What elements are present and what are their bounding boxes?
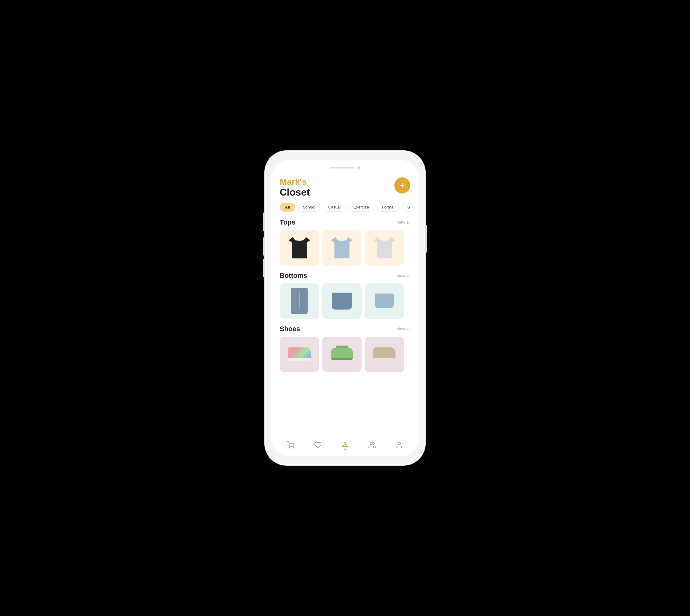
- shoes-items-row: [280, 337, 410, 372]
- tshirt-black-icon: [289, 237, 310, 258]
- bottoms-item-1[interactable]: [280, 283, 319, 319]
- shoes-img-3: [369, 340, 400, 368]
- sneaker-colorful-icon: [288, 347, 311, 361]
- filter-tab-sport[interactable]: S: [402, 203, 410, 212]
- bottoms-section: Bottoms view all: [280, 272, 410, 319]
- nav-shop[interactable]: [283, 439, 299, 451]
- bottoms-item-3[interactable]: [365, 283, 404, 319]
- tops-section: Tops view all: [280, 218, 410, 265]
- svg-point-3: [370, 442, 372, 445]
- bottoms-img-3: [369, 287, 400, 315]
- bottoms-img-2: [326, 287, 358, 315]
- bottoms-header: Bottoms view all: [280, 272, 410, 280]
- hanger-icon: [341, 441, 349, 449]
- shoes-title: Shoes: [280, 325, 300, 333]
- svg-point-0: [289, 447, 290, 448]
- shoes-view-all[interactable]: view all: [397, 327, 410, 331]
- tops-title: Tops: [280, 218, 296, 226]
- shoes-item-1[interactable]: [280, 337, 319, 372]
- nav-active-dot: [344, 448, 346, 450]
- svg-point-4: [398, 442, 401, 445]
- phone-content: Mark's Closet + All School Casual Exerci…: [271, 173, 419, 434]
- filter-tab-casual[interactable]: Casual: [323, 203, 346, 212]
- svg-point-1: [293, 447, 294, 448]
- bottoms-title: Bottoms: [280, 272, 307, 280]
- shoes-item-2[interactable]: [322, 337, 362, 372]
- tops-items-row: [280, 230, 410, 265]
- heart-icon: [314, 441, 322, 449]
- closet-label: Closet: [280, 187, 310, 198]
- cart-icon: [287, 441, 295, 449]
- bottoms-item-2[interactable]: [322, 283, 362, 319]
- tshirt-blue-icon: [331, 237, 353, 258]
- bottoms-view-all[interactable]: view all: [397, 273, 410, 278]
- notch-bar: [330, 167, 354, 169]
- tops-img-2: [326, 234, 358, 262]
- notch-camera: [357, 166, 360, 169]
- filter-tab-formal[interactable]: Formal: [377, 203, 400, 212]
- person-icon: [395, 441, 403, 449]
- user-name: Mark's: [280, 177, 310, 187]
- tops-view-all[interactable]: view all: [397, 220, 410, 224]
- phone-screen: Mark's Closet + All School Casual Exerci…: [271, 160, 419, 456]
- tops-img-1: [284, 234, 315, 262]
- tops-header: Tops view all: [280, 218, 410, 226]
- bottoms-items-row: [280, 283, 410, 319]
- bottoms-img-1: [284, 287, 315, 315]
- tops-item-2[interactable]: [322, 230, 362, 265]
- tops-item-3[interactable]: [365, 230, 404, 265]
- shoes-section: Shoes view all: [280, 325, 410, 372]
- svg-point-2: [345, 442, 345, 443]
- filter-tab-all[interactable]: All: [280, 203, 296, 212]
- bottom-nav: [271, 434, 419, 456]
- nav-closet[interactable]: [337, 439, 353, 451]
- nav-favorites[interactable]: [310, 439, 326, 451]
- shoes-img-2: [326, 340, 358, 368]
- shoes-img-1: [284, 340, 315, 368]
- jeans-icon: [291, 288, 308, 314]
- shoes-item-3[interactable]: [365, 337, 404, 372]
- phone-notch: [271, 160, 419, 173]
- nav-profile[interactable]: [391, 439, 407, 451]
- tops-img-3: [369, 234, 400, 262]
- filter-tab-exercise[interactable]: Exercise: [348, 203, 374, 212]
- filter-tab-school[interactable]: School: [298, 203, 321, 212]
- tshirt-white-icon: [374, 237, 395, 258]
- shorts-light-icon: [375, 293, 394, 308]
- nav-friends[interactable]: [364, 439, 380, 451]
- shoe-tan-icon: [373, 347, 395, 361]
- sandal-green-icon: [331, 348, 353, 360]
- header-title: Mark's Closet: [280, 177, 310, 198]
- filter-tabs: All School Casual Exercise Formal S: [280, 203, 410, 212]
- shoes-header: Shoes view all: [280, 325, 410, 333]
- shorts-denim-icon: [332, 292, 352, 310]
- add-item-button[interactable]: +: [394, 177, 410, 193]
- page-header: Mark's Closet +: [280, 177, 410, 198]
- phone-frame: Mark's Closet + All School Casual Exerci…: [265, 151, 425, 465]
- plus-icon: +: [400, 181, 405, 190]
- people-icon: [368, 441, 376, 449]
- tops-item-1[interactable]: [280, 230, 319, 265]
